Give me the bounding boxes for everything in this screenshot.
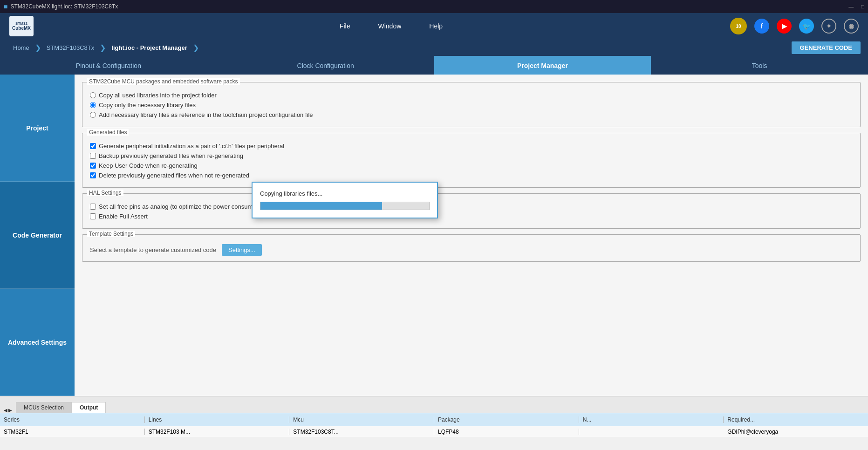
- social-icons: 10 f ▶ 🐦 ✦ ◉: [730, 18, 859, 34]
- breadcrumb-chevron-2: ❯: [100, 43, 106, 52]
- sidebar-item-code-generator[interactable]: Code Generator: [0, 182, 75, 289]
- table-cell-mcu: STM32F103C8T...: [289, 429, 434, 435]
- logo-area: STM32 CubeMX: [9, 16, 34, 36]
- bottom-tab-output[interactable]: Output: [72, 402, 106, 413]
- generated-files-section: Generated files Generate peripheral init…: [82, 133, 861, 188]
- packages-section-title: STM32Cube MCU packages and embedded soft…: [87, 78, 240, 85]
- title-bar-left: ■ STM32CubeMX light.ioc: STM32F103C8Tx: [4, 3, 118, 10]
- check-free-pins[interactable]: Set all free pins as analog (to optimize…: [90, 203, 853, 210]
- col-series: Series: [0, 416, 145, 423]
- check-backup-files[interactable]: Backup previously generated files when r…: [90, 152, 853, 159]
- app-icon: ■: [4, 3, 7, 10]
- facebook-icon[interactable]: f: [754, 19, 769, 34]
- maximize-btn[interactable]: □: [861, 4, 864, 9]
- hal-settings-title: HAL Settings: [87, 190, 123, 196]
- tab-project-manager[interactable]: Project Manager: [434, 56, 651, 75]
- stm32-logo: STM32 CubeMX: [9, 16, 34, 36]
- content-area: STM32Cube MCU packages and embedded soft…: [75, 75, 868, 396]
- progress-dialog: Copying libraries files...: [252, 182, 438, 218]
- sidebar-item-advanced[interactable]: Advanced Settings: [0, 289, 75, 396]
- main-tab-bar: Pinout & Configuration Clock Configurati…: [0, 56, 868, 75]
- breadcrumb-project[interactable]: light.ioc - Project Manager: [106, 44, 193, 51]
- template-settings-section: Template Settings Select a template to g…: [82, 234, 861, 262]
- col-lines: Lines: [145, 416, 290, 423]
- twitter-icon[interactable]: 🐦: [799, 19, 814, 34]
- check-generate-peripheral[interactable]: Generate peripheral initialization as a …: [90, 143, 853, 150]
- hal-settings-section: HAL Settings Set all free pins as analog…: [82, 193, 861, 229]
- breadcrumb-bar: Home ❯ STM32F103C8Tx ❯ light.ioc - Proje…: [0, 39, 868, 56]
- packages-section: STM32Cube MCU packages and embedded soft…: [82, 82, 861, 127]
- breadcrumb-chevron-3: ❯: [193, 43, 199, 52]
- bottom-nav-arrows: ◀ ▶: [4, 408, 12, 413]
- table-header: Series Lines Mcu Package N... Required..…: [0, 413, 868, 426]
- table-cell-required: GDIPhi@cleveryoga: [724, 429, 868, 435]
- sidebar: Project Code Generator Advanced Settings: [0, 75, 75, 396]
- tab-pinout[interactable]: Pinout & Configuration: [0, 56, 217, 75]
- anniversary-icon: 10: [730, 18, 747, 34]
- breadcrumb-chevron-1: ❯: [35, 43, 41, 52]
- menu-file[interactable]: File: [340, 22, 350, 30]
- scroll-left-btn[interactable]: ◀: [4, 408, 7, 413]
- radio-copy-necessary[interactable]: Copy only the necessary library files: [90, 102, 853, 109]
- menu-window[interactable]: Window: [378, 22, 401, 30]
- generate-code-button[interactable]: GENERATE CODE: [792, 41, 861, 54]
- progress-bar-fill: [260, 202, 382, 210]
- logo-cube-text: CubeMX: [12, 26, 31, 31]
- col-n: N...: [579, 416, 724, 423]
- template-row: Select a template to generate customized…: [90, 244, 853, 256]
- bottom-tab-mcus-selection[interactable]: MCUs Selection: [16, 402, 72, 413]
- table-row[interactable]: STM32F1 STM32F103 M... STM32F103C8T... L…: [0, 426, 868, 437]
- settings-button[interactable]: Settings...: [222, 244, 262, 256]
- check-full-assert[interactable]: Enable Full Assert: [90, 213, 853, 220]
- window-title: STM32CubeMX light.ioc: STM32F103C8Tx: [10, 3, 118, 10]
- radio-copy-all[interactable]: Copy all used libraries into the project…: [90, 92, 853, 99]
- menu-bar: STM32 CubeMX File Window Help 10 f ▶ 🐦 ✦…: [0, 13, 868, 39]
- col-package: Package: [434, 416, 579, 423]
- check-keep-user-code[interactable]: Keep User Code when re-generating: [90, 162, 853, 169]
- menu-help[interactable]: Help: [429, 22, 443, 30]
- template-settings-title: Template Settings: [87, 231, 135, 237]
- radio-add-reference[interactable]: Add necessary library files as reference…: [90, 111, 853, 118]
- breadcrumb-mcu[interactable]: STM32F103C8Tx: [41, 44, 100, 51]
- minimize-btn[interactable]: —: [848, 4, 854, 9]
- breadcrumb-home[interactable]: Home: [7, 44, 35, 51]
- sidebar-item-project[interactable]: Project: [0, 75, 75, 182]
- title-bar-controls: — □: [848, 4, 864, 9]
- logo-stm32-text: STM32: [15, 21, 27, 26]
- youtube-icon[interactable]: ▶: [777, 19, 792, 34]
- main-layout: Project Code Generator Advanced Settings…: [0, 75, 868, 396]
- table-cell-series: STM32F1: [0, 429, 145, 435]
- col-required: Required...: [724, 416, 868, 423]
- progress-bar-background: [260, 202, 430, 210]
- tab-clock[interactable]: Clock Configuration: [217, 56, 434, 75]
- scroll-right-btn[interactable]: ▶: [8, 408, 12, 413]
- network-icon[interactable]: ✦: [821, 19, 836, 34]
- main-menu: File Window Help: [52, 22, 730, 30]
- generated-files-title: Generated files: [87, 129, 129, 136]
- col-mcu: Mcu: [289, 416, 434, 423]
- check-delete-previous[interactable]: Delete previously generated files when n…: [90, 172, 853, 179]
- template-placeholder-text: Select a template to generate customized…: [90, 246, 216, 253]
- extra-icon[interactable]: ◉: [844, 19, 859, 34]
- tab-tools[interactable]: Tools: [651, 56, 868, 75]
- table-cell-package: LQFP48: [434, 429, 579, 435]
- table-cell-lines: STM32F103 M...: [145, 429, 290, 435]
- progress-message: Copying libraries files...: [260, 190, 430, 197]
- title-bar: ■ STM32CubeMX light.ioc: STM32F103C8Tx —…: [0, 0, 868, 13]
- bottom-tab-bar: ◀ ▶ MCUs Selection Output: [0, 396, 868, 413]
